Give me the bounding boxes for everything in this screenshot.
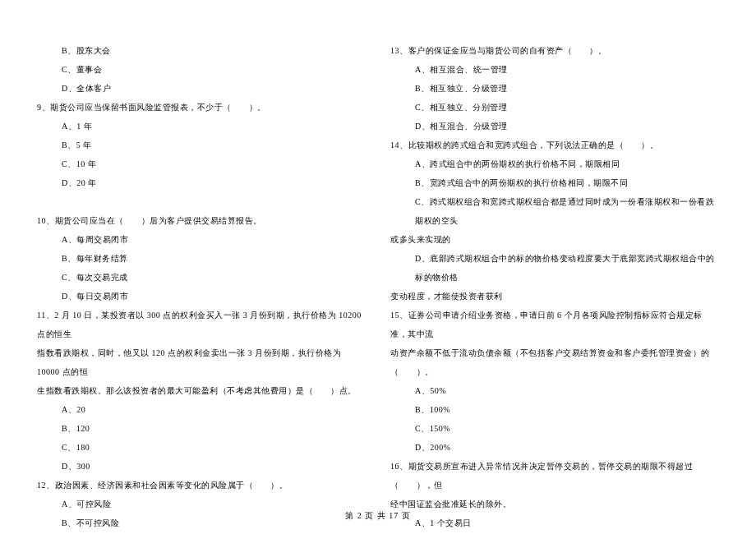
left-line: 12、政治因素、经济因素和社会因素等变化的风险属于（ ）。: [37, 476, 366, 495]
left-line: C、10 年: [37, 154, 366, 173]
left-line: 指数看跌期权，同时，他又以 120 点的权利金卖出一张 3 月份到期，执行价格为…: [37, 343, 366, 381]
left-line: D、全体客户: [37, 79, 366, 98]
right-line: B、相互独立、分级管理: [390, 79, 719, 98]
left-line: B、每年财务结算: [37, 249, 366, 268]
right-line: C、150%: [390, 419, 719, 438]
right-line: 动资产余额不低于流动负债余额（不包括客户交易结算资金和客户委托管理资金）的（ ）…: [390, 343, 719, 381]
right-line: 13、客户的保证金应当与期货公司的自有资产（ ）。: [390, 41, 719, 60]
right-line: A、跨式组合中的两份期权的执行价格不同，期限相同: [390, 154, 719, 173]
page-footer: 第 2 页 共 17 页: [0, 510, 756, 522]
right-line: B、100%: [390, 400, 719, 419]
left-line: D、每日交易闭市: [37, 287, 366, 306]
right-line: B、宽跨式组合中的两份期权的执行价格相同，期限不同: [390, 173, 719, 192]
left-line: C、180: [37, 438, 366, 457]
right-column: 13、客户的保证金应当与期货公司的自有资产（ ）。A、相互混合、统一管理B、相互…: [390, 41, 719, 534]
page-content: B、股东大会C、董事会D、全体客户9、期货公司应当保留书面风险监管报表，不少于（…: [0, 0, 756, 534]
left-line: A、1 年: [37, 117, 366, 136]
right-line: C、跨式期权组合和宽跨式期权组合都是通过同时成为一份看涨期权和一份看跌期权的空头: [390, 192, 719, 230]
right-line: 14、比较期权的跨式组合和宽跨式组合，下列说法正确的是（ ）。: [390, 136, 719, 154]
left-line: A、20: [37, 400, 366, 419]
right-line: A、50%: [390, 381, 719, 400]
left-line: D、20 年: [37, 173, 366, 192]
left-line: A、每周交易闭市: [37, 230, 366, 249]
left-line: C、董事会: [37, 60, 366, 79]
right-line: 15、证券公司申请介绍业务资格，申请日前 6 个月各项风险控制指标应符合规定标准…: [390, 306, 719, 343]
right-line: D、相互混合、分级管理: [390, 117, 719, 136]
right-line: D、200%: [390, 438, 719, 457]
left-line: [37, 192, 366, 211]
left-line: D、300: [37, 457, 366, 476]
left-line: B、120: [37, 419, 366, 438]
right-line: C、相互独立、分别管理: [390, 98, 719, 117]
left-line: B、5 年: [37, 136, 366, 154]
left-line: C、每次交易完成: [37, 268, 366, 287]
right-line: 16、期货交易所宣布进入异常情况并决定暂停交易的，暂停交易的期限不得超过（ ），…: [390, 457, 719, 495]
left-line: 11、2 月 10 日，某投资者以 300 点的权利金买入一张 3 月份到期，执…: [37, 306, 366, 343]
right-line: D、底部跨式期权组合中的标的物价格变动程度要大于底部宽跨式期权组合中的标的物价格: [390, 249, 719, 287]
left-column: B、股东大会C、董事会D、全体客户9、期货公司应当保留书面风险监管报表，不少于（…: [37, 41, 366, 534]
right-line: A、相互混合、统一管理: [390, 60, 719, 79]
left-line: B、股东大会: [37, 41, 366, 60]
left-line: 9、期货公司应当保留书面风险监管报表，不少于（ ）。: [37, 98, 366, 117]
left-line: 生指数看跌期权。那么该投资者的最大可能盈利（不考虑其他费用）是（ ）点。: [37, 381, 366, 400]
right-line: 或多头来实现的: [390, 230, 719, 249]
right-line: 变动程度，才能使投资者获利: [390, 287, 719, 306]
left-line: 10、期货公司应当在（ ）后为客户提供交易结算报告。: [37, 211, 366, 230]
